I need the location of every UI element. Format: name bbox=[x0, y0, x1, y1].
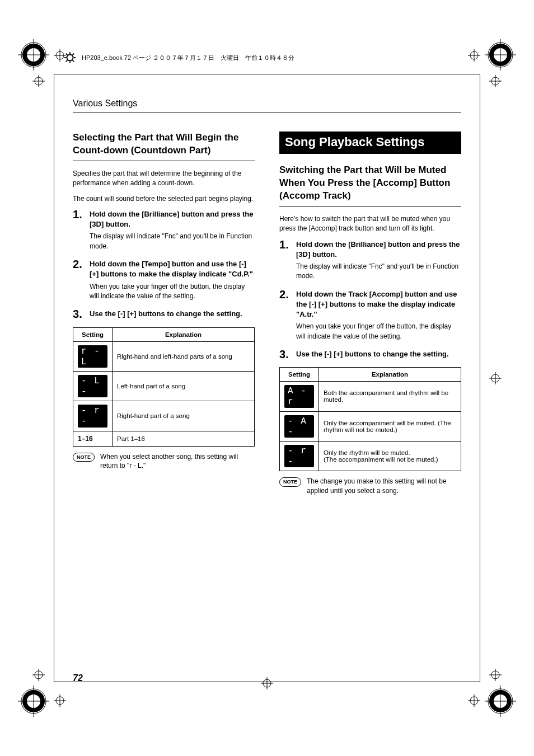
setting-cell: - L - bbox=[73, 371, 113, 401]
segment-display-icon: - L - bbox=[78, 375, 107, 397]
table-header-setting: Setting bbox=[73, 327, 113, 341]
svg-line-54 bbox=[73, 54, 74, 55]
note-badge: NOTE bbox=[279, 477, 301, 487]
settings-table-left: Setting Explanation r - LRight-hand and … bbox=[73, 327, 255, 447]
svg-point-46 bbox=[67, 55, 73, 61]
step-item: Hold down the [Tempo] button and use the… bbox=[73, 259, 255, 301]
note: NOTE When you select another song, this … bbox=[73, 452, 255, 471]
note: NOTE The change you make to this setting… bbox=[279, 477, 461, 496]
explanation-cell: Only the rhythm will be muted. (The acco… bbox=[319, 442, 461, 471]
step-item: Use the [-] [+] buttons to change the se… bbox=[73, 309, 255, 319]
step-title: Hold down the [Brilliance] button and pr… bbox=[90, 209, 255, 229]
cross-mark-icon bbox=[489, 669, 502, 681]
step-title: Use the [-] [+] buttons to change the se… bbox=[296, 349, 461, 359]
setting-cell: - r - bbox=[280, 442, 319, 471]
registration-mark-icon bbox=[18, 39, 49, 71]
cross-mark-icon bbox=[32, 669, 45, 681]
segment-display-icon: - A - bbox=[284, 415, 314, 438]
running-title: Various Settings bbox=[73, 98, 461, 112]
table-row: 1–16Part 1–16 bbox=[73, 431, 255, 446]
svg-line-52 bbox=[73, 60, 74, 62]
intro-text: Here's how to switch the part that will … bbox=[279, 214, 461, 234]
table-row: r - LRight-hand and left-hand parts of a… bbox=[73, 341, 255, 371]
left-column: Selecting the Part that Will Begin the C… bbox=[73, 132, 255, 496]
page-number: 72 bbox=[73, 673, 83, 683]
segment-display-icon: - r - bbox=[284, 445, 314, 467]
note-badge: NOTE bbox=[73, 453, 95, 462]
svg-line-51 bbox=[66, 54, 68, 55]
step-item: Hold down the [Brilliance] button and pr… bbox=[279, 240, 461, 281]
note-text: When you select another song, this setti… bbox=[100, 452, 255, 471]
settings-table-right: Setting Explanation A - rBoth the accomp… bbox=[279, 367, 461, 471]
setting-cell: 1–16 bbox=[73, 431, 113, 446]
cross-mark-icon bbox=[468, 694, 480, 707]
setting-value: 1–16 bbox=[78, 435, 93, 443]
explanation-cell: Both the accompaniment and rhythm will b… bbox=[319, 382, 461, 411]
step-item: Hold down the Track [Accomp] button and … bbox=[279, 289, 461, 341]
setting-cell: r - L bbox=[73, 341, 113, 371]
cross-mark-icon bbox=[489, 75, 502, 87]
steps-list: Hold down the [Brilliance] button and pr… bbox=[73, 209, 255, 320]
cross-mark-icon bbox=[489, 372, 502, 384]
table-row: - r -Right-hand part of a song bbox=[73, 401, 255, 431]
step-body: The display will indicate "Fnc" and you'… bbox=[90, 232, 255, 251]
table-row: A - rBoth the accompaniment and rhythm w… bbox=[280, 382, 461, 411]
step-item: Hold down the [Brilliance] button and pr… bbox=[73, 209, 255, 251]
explanation-cell: Left-hand part of a song bbox=[113, 371, 255, 401]
explanation-cell: Only the accompaniment will be muted. (T… bbox=[319, 411, 461, 441]
table-row: - L -Left-hand part of a song bbox=[73, 371, 255, 401]
step-body: When you take your finger off the button… bbox=[90, 282, 255, 302]
segment-display-icon: - r - bbox=[78, 405, 107, 427]
step-title: Hold down the [Tempo] button and use the… bbox=[90, 259, 255, 279]
step-title: Use the [-] [+] buttons to change the se… bbox=[90, 309, 255, 319]
registration-mark-icon bbox=[485, 39, 516, 71]
explanation-cell: Right-hand part of a song bbox=[113, 401, 255, 431]
table-row: Setting Explanation bbox=[280, 368, 461, 382]
setting-cell: - r - bbox=[73, 401, 113, 431]
intro-text: Specifies the part that will determine t… bbox=[73, 169, 255, 189]
setting-cell: - A - bbox=[280, 411, 319, 441]
gear-icon bbox=[64, 51, 76, 64]
right-column: Song Playback Settings Switching the Par… bbox=[279, 132, 461, 496]
registration-mark-icon bbox=[485, 685, 516, 717]
table-row: Setting Explanation bbox=[73, 327, 255, 341]
step-body: The display will indicate "Fnc" and you'… bbox=[296, 262, 461, 281]
print-header-text: HP203_e.book 72 ページ ２００７年７月１７日 火曜日 午前１０時… bbox=[82, 54, 294, 62]
segment-display-icon: r - L bbox=[78, 345, 107, 368]
steps-list: Hold down the [Brilliance] button and pr… bbox=[279, 240, 461, 360]
svg-line-53 bbox=[66, 60, 68, 62]
cross-mark-icon bbox=[54, 694, 66, 707]
setting-cell: A - r bbox=[280, 382, 319, 411]
cross-mark-icon bbox=[32, 75, 45, 87]
table-header-explanation: Explanation bbox=[113, 327, 255, 341]
step-title: Hold down the Track [Accomp] button and … bbox=[296, 289, 461, 320]
section-heading-song-playback: Song Playback Settings bbox=[279, 132, 461, 154]
print-header: HP203_e.book 72 ページ ２００７年７月１７日 火曜日 午前１０時… bbox=[64, 51, 470, 64]
section-heading-countdown-part: Selecting the Part that Will Begin the C… bbox=[73, 132, 255, 161]
step-item: Use the [-] [+] buttons to change the se… bbox=[279, 349, 461, 359]
step-body: When you take your finger off the button… bbox=[296, 322, 461, 341]
explanation-cell: Part 1–16 bbox=[113, 431, 255, 446]
step-title: Hold down the [Brilliance] button and pr… bbox=[296, 240, 461, 260]
section-heading-accomp-track: Switching the Part that Will be Muted Wh… bbox=[279, 164, 461, 206]
table-row: - A -Only the accompaniment will be mute… bbox=[280, 411, 461, 441]
table-header-setting: Setting bbox=[280, 368, 319, 382]
note-text: The change you make to this setting will… bbox=[307, 477, 461, 496]
table-header-explanation: Explanation bbox=[319, 368, 461, 382]
explanation-cell: Right-hand and left-hand parts of a song bbox=[113, 341, 255, 371]
segment-display-icon: A - r bbox=[284, 385, 314, 407]
intro-text: The count will sound before the selected… bbox=[73, 194, 255, 204]
registration-mark-icon bbox=[18, 685, 49, 717]
table-row: - r -Only the rhythm will be muted. (The… bbox=[280, 442, 461, 471]
